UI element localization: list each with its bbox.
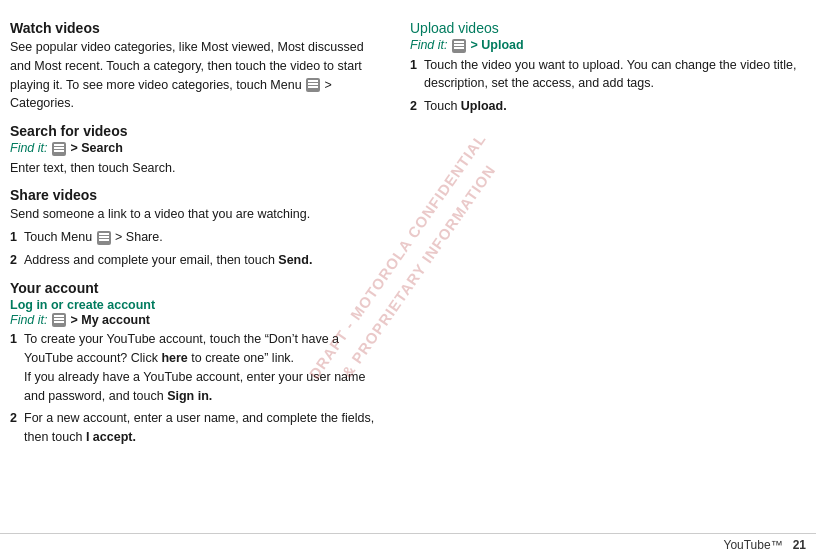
upload-find-it: Find it: > Upload bbox=[410, 38, 798, 53]
your-account-heading: Your account bbox=[10, 280, 382, 296]
watch-videos-heading: Watch videos bbox=[10, 20, 382, 36]
share-step-2: 2 Address and complete your email, then … bbox=[10, 251, 382, 270]
upload-step-1: 1 Touch the video you want to upload. Yo… bbox=[410, 56, 798, 94]
page-container: Watch videos See popular video categorie… bbox=[0, 0, 816, 556]
search-videos-body: Enter text, then touch Search. bbox=[10, 159, 382, 178]
upload-videos-heading: Upload videos bbox=[410, 20, 798, 36]
watch-videos-body: See popular video categories, like Most … bbox=[10, 38, 382, 113]
menu-icon-share bbox=[97, 231, 111, 245]
footer-label: YouTube™ bbox=[723, 538, 782, 552]
account-step-1: 1 To create your YouTube account, touch … bbox=[10, 330, 382, 405]
menu-icon-search bbox=[52, 142, 66, 156]
share-videos-body: Send someone a link to a video that you … bbox=[10, 205, 382, 224]
footer-bar: YouTube™ 21 bbox=[0, 533, 816, 556]
search-find-it: Find it: > Search bbox=[10, 141, 382, 156]
footer-page-number: 21 bbox=[793, 538, 806, 552]
log-in-subheading: Log in or create account bbox=[10, 298, 382, 312]
upload-step-2: 2 Touch Upload. bbox=[410, 97, 798, 116]
right-column: Upload videos Find it: > Upload 1 Touch … bbox=[400, 0, 816, 556]
account-find-it: Find it: > My account bbox=[10, 313, 382, 328]
menu-icon-upload bbox=[452, 39, 466, 53]
menu-icon-account bbox=[52, 313, 66, 327]
share-videos-heading: Share videos bbox=[10, 187, 382, 203]
menu-icon-categories bbox=[306, 78, 320, 92]
share-step-1: 1 Touch Menu > Share. bbox=[10, 228, 382, 247]
search-videos-heading: Search for videos bbox=[10, 123, 382, 139]
account-step-2: 2 For a new account, enter a user name, … bbox=[10, 409, 382, 447]
left-column: Watch videos See popular video categorie… bbox=[0, 0, 400, 556]
